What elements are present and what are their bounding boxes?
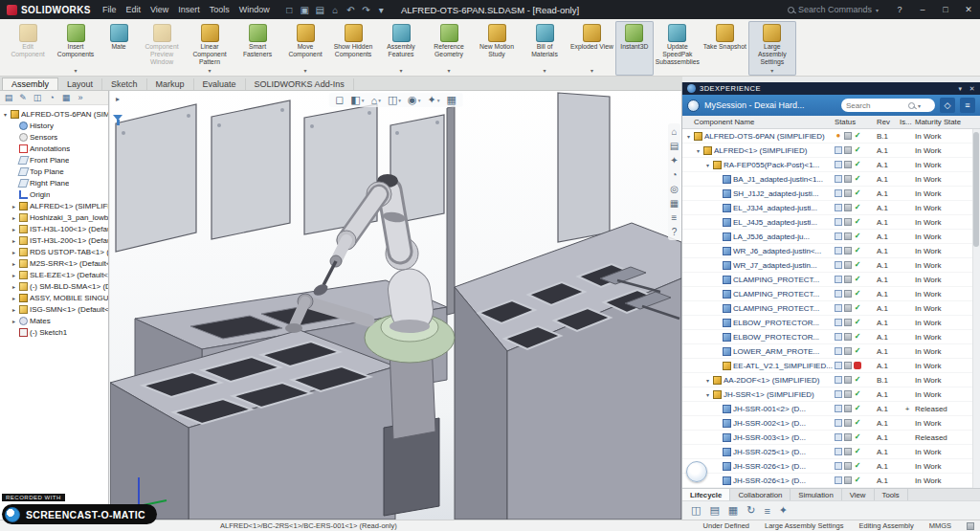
help-icon[interactable]: ?	[669, 227, 679, 237]
feature-tree-item[interactable]: ▸ Mates	[0, 315, 108, 326]
component-row[interactable]: LOWER_ARM_PROTE... A.1 In Work	[682, 344, 980, 359]
expand-icon[interactable]: ▸	[11, 306, 17, 313]
expand-icon[interactable]: ▾	[704, 377, 711, 384]
panel-close-icon[interactable]: ✕	[969, 85, 975, 93]
feature-tree-item[interactable]: Right Plane	[0, 177, 108, 188]
ribbon-button[interactable]: Bill of Materials ▾	[521, 21, 568, 76]
menu-item[interactable]: Tools	[205, 5, 234, 14]
tag-button[interactable]: ◇	[940, 98, 955, 113]
expand-icon[interactable]: ▾	[704, 391, 711, 398]
ribbon-button[interactable]: Edit Component	[4, 21, 52, 76]
home-icon[interactable]: ⌂	[669, 126, 679, 137]
component-row[interactable]: ELBOW_PROTECTOR... A.1 In Work	[682, 330, 980, 344]
refresh-icon[interactable]: ↻	[746, 504, 755, 517]
experience-tab[interactable]: Simulation	[791, 489, 841, 500]
compare-icon[interactable]: ◫	[691, 504, 701, 517]
menu-item[interactable]: Edit	[121, 5, 145, 14]
component-row[interactable]: JH-SSR-002<1> (D... A.1 In Work	[682, 416, 980, 431]
share-icon[interactable]: ✦	[669, 155, 679, 166]
feature-tree-item[interactable]: Top Plane	[0, 166, 108, 177]
menu-item[interactable]: File	[98, 5, 122, 14]
ribbon-button[interactable]: Mate	[100, 21, 138, 76]
column-rev[interactable]: Rev	[877, 118, 900, 126]
feature-tree-item[interactable]: ▸ SLE-EZE<1> (Default<Display S	[0, 269, 108, 280]
feature-tree-item[interactable]: Origin	[0, 188, 108, 200]
dimxpert-tab-icon[interactable]: ◔	[46, 93, 57, 102]
menu-item[interactable]: View	[145, 5, 173, 14]
minimize-button[interactable]: –	[911, 0, 934, 19]
view-orientation-icon[interactable]: ⌂▾	[370, 95, 380, 106]
save-icon[interactable]: ▤	[313, 5, 327, 15]
component-row[interactable]: CLAMPING_PROTECT... A.1 In Work	[682, 273, 980, 287]
redo-icon[interactable]: ↷	[359, 5, 373, 15]
expand-icon[interactable]: ▸	[11, 295, 17, 301]
print-icon[interactable]: ⌂	[328, 5, 343, 15]
section-view-icon[interactable]: ◧▾	[350, 94, 364, 106]
commandmanager-tab[interactable]: Layout	[58, 78, 102, 90]
table-icon[interactable]: ▤	[709, 504, 719, 517]
component-row[interactable]: LA_J5J6_adapted-ju... A.1 In Work	[682, 230, 980, 244]
experience-tab[interactable]: Tools	[875, 489, 908, 500]
graphics-viewport[interactable]: ◻ ◧▾ ⌂▾ ◫▾ ◉▾ ✦▾ ▦ ▸ ⌂ ▤ ✦ ◔ ◎ ▦ ≡ ?	[110, 91, 681, 520]
feature-manager-tab-icon[interactable]: ▤	[3, 93, 14, 102]
feature-tree-item[interactable]: ▸ ASSY, MOBILE SINGULATOR<1	[0, 292, 108, 303]
scene-icon[interactable]: ▦	[446, 94, 456, 106]
units-icon[interactable]	[967, 522, 974, 530]
component-row[interactable]: ▾ RA-FEP055(Pack-Post)<1... A.1 In Work	[682, 158, 980, 172]
component-row[interactable]: EE-ATL_V2.1_SIMPLIFIED... A.1 In Work	[682, 359, 980, 373]
ribbon-button[interactable]: Exploded View ▾	[568, 21, 615, 76]
column-status[interactable]: Status	[835, 118, 877, 126]
scrollbar[interactable]	[972, 129, 980, 488]
expand-icon[interactable]: ▸	[11, 272, 17, 278]
feature-tree-item[interactable]: ▸ M2S-SRR<1> (Default<Display Sta	[0, 257, 108, 269]
column-issues[interactable]: Is...	[900, 118, 915, 126]
feature-tree-item[interactable]: ▸ ISG-SMN<1> (Default<Display Sta	[0, 303, 108, 315]
component-row[interactable]: WR_J6_adapted-justin<... A.1 In Work	[682, 244, 980, 258]
feature-tree-item[interactable]: ▾ ALFRED-OTS-6PAN (SIMPLIFIED<Disp	[0, 108, 108, 120]
column-maturity[interactable]: Maturity State	[915, 118, 972, 126]
commandmanager-tab[interactable]: Assembly	[2, 77, 58, 90]
component-search[interactable]: ▾	[841, 99, 935, 112]
expand-icon[interactable]: ▸	[11, 249, 17, 255]
experience-tab[interactable]: Lifecycle	[682, 489, 730, 500]
component-row[interactable]: WR_J7_adapted-justin... A.1 In Work	[682, 258, 980, 273]
lifecycle-icon[interactable]: ◔	[669, 169, 679, 180]
feature-tree-item[interactable]: ▸ Hoshizaki_3_pan_lowboy-2020121	[0, 211, 108, 223]
open-file-icon[interactable]: ▣	[298, 5, 312, 15]
component-row[interactable]: JH-SSR-001<2> (D... A.1 + Released	[682, 402, 980, 416]
expand-icon[interactable]: ▸	[11, 226, 17, 232]
menu-item[interactable]: Insert	[173, 5, 205, 14]
commandmanager-tab[interactable]: Markup	[147, 78, 194, 90]
ribbon-button[interactable]: Show Hidden Components	[329, 21, 377, 76]
column-component-name[interactable]: Component Name	[682, 118, 835, 126]
maximize-button[interactable]: □	[934, 0, 957, 19]
expand-icon[interactable]: ▾	[2, 111, 9, 118]
list-icon[interactable]: ≡	[669, 212, 679, 223]
expand-tabs-icon[interactable]: »	[75, 93, 86, 102]
compass-button[interactable]	[686, 461, 707, 482]
feature-tree-item[interactable]: ▸ (-) SM-BLD-SMA<1> (Default<Disp	[0, 280, 108, 292]
command-search[interactable]: Search Commands ▾	[788, 5, 888, 14]
scrollbar-thumb[interactable]	[973, 132, 979, 247]
ribbon-button[interactable]: Insert Components ▾	[52, 21, 100, 76]
property-manager-tab-icon[interactable]: ✎	[17, 93, 29, 102]
component-row[interactable]: JH-SSR-003<1> (D... A.1 Released	[682, 431, 980, 445]
configuration-manager-tab-icon[interactable]: ◫	[32, 93, 43, 102]
ribbon-button[interactable]: Assembly Features ▾	[377, 21, 425, 76]
appearance-icon[interactable]: ✦▾	[427, 94, 439, 106]
component-row[interactable]: ▾ ALFRED-OTS-6PAN (SIMPLIFIED) B.1 In Wo…	[682, 129, 980, 144]
chevron-down-icon[interactable]: ▾	[876, 7, 879, 13]
component-row[interactable]: ▾ AA-2DOF<1> (SIMPLIFIED) B.1 In Work	[682, 373, 980, 387]
component-row[interactable]: SH_J1J2_adapted-justi... A.1 In Work	[682, 187, 980, 201]
component-row[interactable]: ▾ JH-SSR<1> (SIMPLIFIED) A.1 In Work	[682, 387, 980, 402]
feature-tree-item[interactable]: History	[0, 120, 108, 131]
expand-icon[interactable]: ▸	[11, 203, 17, 210]
component-row[interactable]: ▾ ALFRED<1> (SIMPLIFIED) A.1 In Work	[682, 144, 980, 158]
ribbon-button[interactable]: Linear Component Pattern ▾	[186, 21, 234, 76]
ribbon-button[interactable]: Update SpeedPak Subassemblies	[654, 21, 702, 76]
expand-icon[interactable]: ▸	[11, 283, 17, 290]
zoom-fit-icon[interactable]: ◻	[335, 94, 344, 106]
selection-filter-icon[interactable]	[113, 115, 122, 126]
feature-tree-item[interactable]: ▸ ALFRED<1> (SIMPLIFIED<Di	[0, 200, 108, 211]
ribbon-button[interactable]: Component Preview Window	[138, 21, 186, 76]
